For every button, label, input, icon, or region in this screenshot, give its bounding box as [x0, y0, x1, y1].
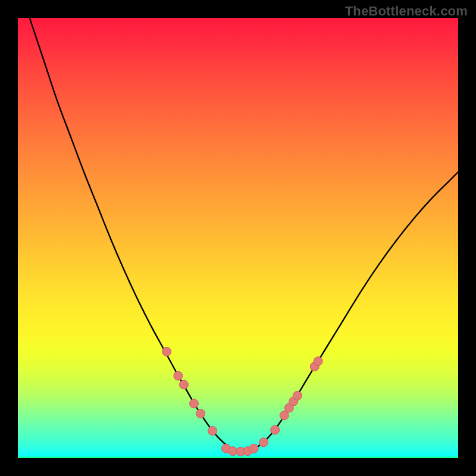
data-marker	[249, 444, 258, 453]
bottleneck-curve	[18, 0, 458, 452]
data-marker	[293, 391, 302, 400]
data-marker	[162, 347, 171, 356]
data-marker	[179, 380, 188, 389]
chart-frame: TheBottleneck.com	[0, 0, 476, 476]
data-marker	[259, 438, 268, 447]
data-marker	[271, 425, 280, 434]
chart-overlay	[18, 18, 458, 458]
data-marker	[190, 399, 199, 408]
data-markers	[162, 347, 323, 456]
data-marker	[228, 447, 237, 456]
plot-area	[18, 18, 458, 458]
data-marker	[174, 371, 183, 380]
data-marker	[314, 357, 322, 366]
watermark-text: TheBottleneck.com	[345, 4, 468, 19]
data-marker	[196, 409, 205, 418]
data-marker	[208, 427, 217, 436]
